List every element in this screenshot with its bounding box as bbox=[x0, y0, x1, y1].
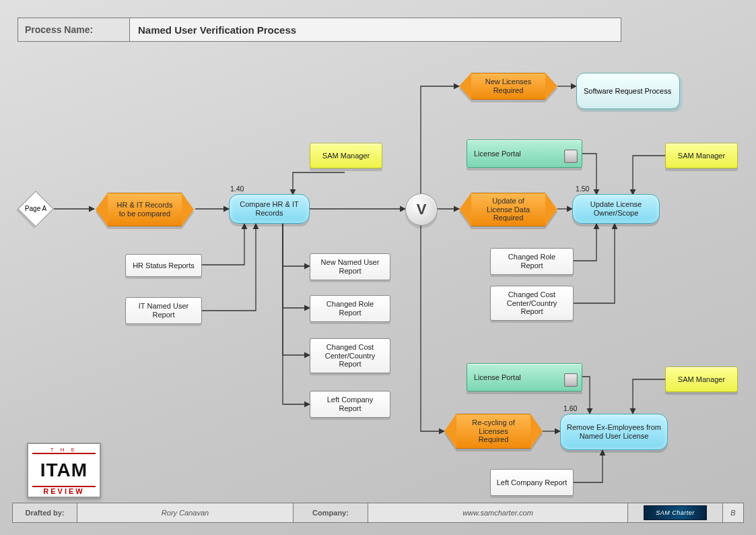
doc-it-named-user-report: IT Named User Report bbox=[125, 297, 202, 324]
role-sam-manager-2: SAM Manager bbox=[665, 143, 738, 168]
company-value: www.samcharter.com bbox=[368, 503, 628, 522]
company-label: Company: bbox=[294, 503, 368, 522]
disk-icon bbox=[564, 373, 578, 387]
role-sam-manager-1: SAM Manager bbox=[310, 143, 382, 168]
process-update-license-owner-scope: Update License Owner/Scope bbox=[572, 194, 660, 224]
step-number-update: 1.50 bbox=[576, 185, 589, 193]
step-number-compare: 1.40 bbox=[230, 185, 244, 193]
diagram-canvas: Process Name: Named User Verification Pr… bbox=[0, 0, 756, 535]
drafted-by-label: Drafted by: bbox=[13, 503, 77, 522]
doc-changed-cost-country-report-1: Changed Cost Center/Country Report bbox=[310, 338, 390, 373]
doc-changed-cost-country-report-2: Changed Cost Center/Country Report bbox=[490, 286, 574, 321]
sam-charter-badge: SAM Charter bbox=[644, 505, 707, 520]
title-bar: Process Name: Named User Verification Pr… bbox=[18, 18, 621, 42]
doc-changed-role-report-1: Changed Role Report bbox=[310, 295, 390, 322]
store-label: License Portal bbox=[474, 150, 521, 158]
logo-top: T H E bbox=[32, 447, 96, 454]
hex-new-licenses-required: New Licenses Required bbox=[471, 73, 545, 100]
store-license-portal-1: License Portal bbox=[467, 139, 582, 168]
subprocess-software-request: Software Request Process bbox=[576, 73, 680, 109]
doc-new-named-user-report: New Named User Report bbox=[310, 253, 390, 280]
process-name-value: Named User Verification Process bbox=[130, 18, 621, 41]
hex-update-license-data: Update of License Data Required bbox=[471, 193, 545, 226]
doc-left-company-report-2: Left Company Report bbox=[490, 469, 574, 496]
hex-recycling-licenses: Re-cycling of Licenses Required bbox=[456, 414, 530, 449]
doc-hr-status-reports: HR Status Reports bbox=[125, 254, 202, 277]
process-compare-hr-it: Compare HR & IT Records bbox=[229, 194, 310, 224]
store-label: License Portal bbox=[474, 373, 521, 381]
footer-badge-cell: SAM Charter bbox=[628, 503, 723, 522]
doc-left-company-report-1: Left Company Report bbox=[310, 391, 390, 418]
logo-bot: REVIEW bbox=[32, 486, 96, 495]
page-ref-a: Page A bbox=[19, 192, 53, 226]
gateway-v: V bbox=[405, 193, 438, 226]
doc-changed-role-report-2: Changed Role Report bbox=[490, 248, 574, 275]
hex-hr-it-records: HR & IT Records to be compared bbox=[108, 193, 182, 226]
footer-page: B bbox=[723, 503, 743, 522]
itam-review-logo: T H E ITAM REVIEW bbox=[27, 443, 101, 498]
logo-mid: ITAM bbox=[32, 461, 96, 480]
disk-icon bbox=[564, 150, 578, 163]
store-license-portal-2: License Portal bbox=[467, 363, 582, 391]
process-remove-ex-employees: Remove Ex-Employees from Named User Lice… bbox=[560, 414, 668, 450]
process-name-label: Process Name: bbox=[18, 18, 130, 41]
footer-bar: Drafted by: Rory Canavan Company: www.sa… bbox=[12, 503, 744, 523]
step-number-remove: 1.60 bbox=[563, 404, 577, 412]
role-sam-manager-3: SAM Manager bbox=[665, 367, 738, 392]
drafted-by-value: Rory Canavan bbox=[77, 503, 294, 522]
